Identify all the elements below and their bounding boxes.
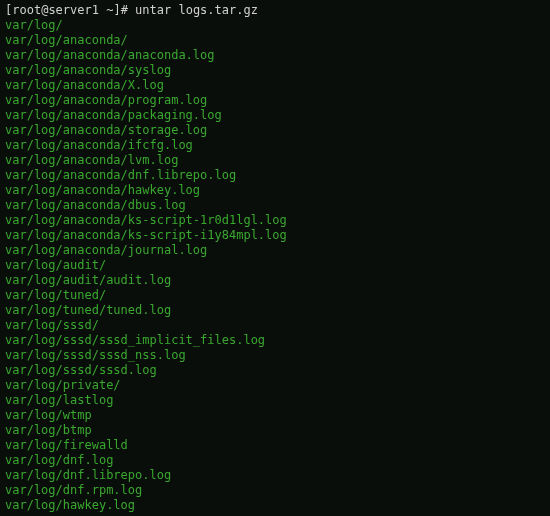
- output-line: var/log/btmp: [5, 423, 545, 438]
- output-line: var/log/sssd/: [5, 318, 545, 333]
- output-line: var/log/anaconda/X.log: [5, 78, 545, 93]
- output-line: var/log/anaconda/ks-script-1r0d1lgl.log: [5, 213, 545, 228]
- output-line: var/log/anaconda/journal.log: [5, 243, 545, 258]
- output-line: var/log/wtmp: [5, 408, 545, 423]
- prompt-host: server1: [48, 3, 99, 17]
- output-line: var/log/sssd/sssd_nss.log: [5, 348, 545, 363]
- output-line: var/log/anaconda/ifcfg.log: [5, 138, 545, 153]
- output-line: var/log/anaconda/program.log: [5, 93, 545, 108]
- output-line: var/log/firewalld: [5, 438, 545, 453]
- output-line: var/log/anaconda/ks-script-i1y84mpl.log: [5, 228, 545, 243]
- output-line: var/log/anaconda/storage.log: [5, 123, 545, 138]
- output-line: var/log/sssd/sssd_implicit_files.log: [5, 333, 545, 348]
- output-line: var/log/tuned/: [5, 288, 545, 303]
- output-line: var/log/audit/: [5, 258, 545, 273]
- output-line: var/log/dnf.librepo.log: [5, 468, 545, 483]
- output-line: var/log/lastlog: [5, 393, 545, 408]
- prompt-user: root: [12, 3, 41, 17]
- output-line: var/log/tuned/tuned.log: [5, 303, 545, 318]
- output-line: var/log/audit/audit.log: [5, 273, 545, 288]
- output-line: var/log/dnf.log: [5, 453, 545, 468]
- output-line: var/log/anaconda/hawkey.log: [5, 183, 545, 198]
- prompt-path: ~: [99, 3, 113, 17]
- prompt-hash: #: [121, 3, 135, 17]
- output-line: var/log/anaconda/packaging.log: [5, 108, 545, 123]
- shell-prompt-line: [root@server1 ~]# untar logs.tar.gz: [5, 3, 545, 18]
- output-line: var/log/hawkey.log: [5, 498, 545, 513]
- output-line: var/log/dnf.rpm.log: [5, 483, 545, 498]
- command-text: untar logs.tar.gz: [135, 3, 258, 17]
- output-line: var/log/sssd/sssd.log: [5, 363, 545, 378]
- output-line: var/log/anaconda/: [5, 33, 545, 48]
- output-line: var/log/anaconda/lvm.log: [5, 153, 545, 168]
- output-line: var/log/private/: [5, 378, 545, 393]
- prompt-close-bracket: ]: [113, 3, 120, 17]
- output-line: var/log/anaconda/syslog: [5, 63, 545, 78]
- terminal-output: [root@server1 ~]# untar logs.tar.gz var/…: [5, 3, 545, 513]
- output-line: var/log/anaconda/dnf.librepo.log: [5, 168, 545, 183]
- output-line: var/log/anaconda/anaconda.log: [5, 48, 545, 63]
- output-line: var/log/: [5, 18, 545, 33]
- output-line: var/log/anaconda/dbus.log: [5, 198, 545, 213]
